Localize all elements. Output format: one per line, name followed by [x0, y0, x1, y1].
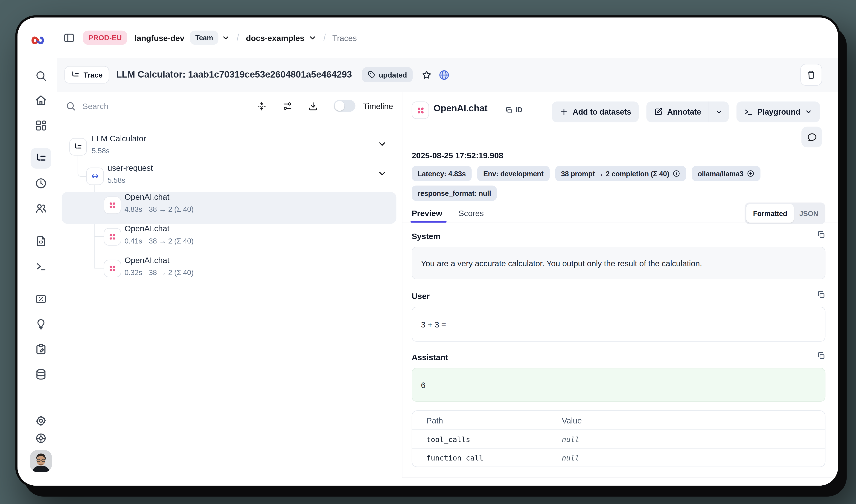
langfuse-logo-icon[interactable] — [31, 34, 45, 47]
delete-trace-button[interactable] — [800, 64, 822, 86]
add-to-datasets-button[interactable]: Add to datasets — [552, 102, 639, 122]
display-settings-icon[interactable] — [282, 101, 292, 111]
annotate-dropdown-chevron[interactable] — [709, 102, 729, 122]
value-column-header: Value — [562, 416, 582, 425]
search-nav-icon[interactable] — [31, 66, 51, 86]
scores-percent-icon[interactable] — [31, 289, 51, 309]
tree-node-name[interactable]: OpenAI.chat — [125, 255, 170, 266]
sidebar-toggle-button[interactable] — [63, 32, 75, 43]
generation-openai-icon[interactable] — [104, 260, 121, 277]
collapse-node-chevron-icon[interactable] — [377, 139, 387, 149]
user-message-label: User — [412, 291, 430, 301]
table-row: tool_calls null — [412, 429, 825, 448]
tree-node-duration: 0.32s — [125, 267, 142, 278]
org-role-badge: Team — [190, 31, 218, 45]
trace-tag-label: updated — [379, 71, 407, 79]
output-metadata-table: Path Value tool_calls null function_call… — [412, 410, 825, 467]
trace-header: Trace LLM Calculator: 1aab1c70319ce53e26… — [57, 58, 838, 92]
project-chevron-down-icon[interactable] — [308, 34, 317, 42]
icon-rail — [18, 17, 57, 486]
tab-preview[interactable]: Preview — [412, 203, 442, 222]
timeline-toggle[interactable] — [333, 100, 355, 112]
search-icon — [66, 101, 76, 111]
path-column-header: Path — [412, 416, 562, 425]
tree-node-tokens: 38 → 2 (Σ 40) — [149, 236, 194, 247]
environment-badge: PROD-EU — [83, 31, 127, 45]
env-badge: Env: development — [477, 166, 550, 181]
org-chevron-down-icon[interactable] — [222, 34, 230, 42]
prompts-file-code-icon[interactable] — [31, 231, 51, 252]
trace-root-icon[interactable] — [69, 138, 87, 156]
breadcrumb-separator: / — [323, 32, 325, 44]
observation-actions: Add to datasets Annotate Playground — [552, 102, 820, 122]
tree-node-duration: 5.58s — [92, 146, 109, 157]
tab-scores[interactable]: Scores — [459, 203, 484, 222]
dashboard-icon[interactable] — [31, 115, 51, 136]
copy-user-button[interactable] — [817, 290, 825, 299]
generation-openai-icon[interactable] — [104, 228, 121, 246]
chevron-down-icon — [805, 108, 812, 115]
evals-lightbulb-icon[interactable] — [31, 314, 51, 335]
span-icon[interactable] — [86, 167, 104, 185]
table-header: Path Value — [412, 411, 825, 430]
users-icon[interactable] — [31, 198, 51, 219]
system-message-content: You are a very accurate calculator. You … — [412, 247, 825, 280]
tree-node-name[interactable]: user-request — [108, 163, 153, 174]
latency-badge: Latency: 4.83s — [412, 166, 472, 181]
search-input[interactable] — [81, 101, 193, 111]
breadcrumb-section[interactable]: Traces — [333, 33, 357, 42]
model-badge[interactable]: ollama/llama3 — [692, 166, 761, 181]
assistant-message-content: 6 — [412, 368, 825, 401]
copy-assistant-button[interactable] — [817, 352, 825, 360]
tree-node-duration: 5.58s — [108, 175, 125, 186]
observation-tree: LLM Calculator 5.58s user-request 5.58s — [57, 120, 402, 486]
trace-title: LLM Calculator: 1aab1c70319ce53e2604801a… — [116, 69, 352, 80]
sessions-clock-icon[interactable] — [31, 173, 51, 194]
tree-node-duration: 4.83s — [125, 204, 142, 215]
observation-title: OpenAI.chat — [433, 103, 488, 114]
format-formatted-option[interactable]: Formatted — [746, 204, 794, 223]
id-label: ID — [515, 106, 522, 114]
collapse-node-chevron-icon[interactable] — [377, 169, 387, 179]
terminal-icon — [744, 107, 753, 116]
tree-node-name[interactable]: OpenAI.chat — [125, 192, 170, 202]
table-row: function_call null — [412, 448, 825, 467]
copy-id-button[interactable]: ID — [505, 106, 522, 114]
path-cell: tool_calls — [412, 435, 562, 444]
format-json-option[interactable]: JSON — [794, 204, 824, 223]
tree-node-tokens: 38 → 2 (Σ 40) — [149, 267, 194, 278]
bookmark-star-icon[interactable] — [422, 70, 432, 80]
tree-node-name[interactable]: OpenAI.chat — [125, 223, 170, 234]
tree-node-tokens: 38 → 2 (Σ 40) — [149, 204, 194, 215]
public-globe-icon[interactable] — [439, 69, 450, 80]
download-icon[interactable] — [308, 101, 318, 111]
observation-badges-row2: response_format: null — [412, 185, 497, 201]
info-icon[interactable] — [673, 169, 680, 177]
comments-button[interactable] — [801, 127, 822, 147]
collapse-all-icon[interactable] — [256, 101, 267, 111]
user-avatar[interactable] — [30, 450, 52, 472]
copy-system-button[interactable] — [817, 230, 825, 239]
support-helm-icon[interactable] — [31, 428, 51, 449]
app-window: PROD-EU langfuse-dev Team / docs-example… — [18, 17, 838, 486]
annotation-clipboard-pen-icon[interactable] — [31, 339, 51, 360]
playground-terminal-icon[interactable] — [31, 256, 51, 277]
trace-tag[interactable]: updated — [362, 67, 413, 83]
tree-node-duration: 0.41s — [125, 236, 142, 247]
observation-badges: Latency: 4.83s Env: development 38 promp… — [412, 166, 761, 181]
tree-node-name[interactable]: LLM Calculator — [92, 133, 146, 144]
assistant-message-label: Assistant — [412, 353, 448, 362]
annotate-button[interactable]: Annotate — [646, 102, 709, 122]
datasets-database-icon[interactable] — [31, 364, 51, 385]
playground-button[interactable]: Playground — [736, 102, 820, 122]
generation-openai-icon[interactable] — [104, 197, 121, 214]
edit-icon — [654, 107, 663, 116]
project-name[interactable]: docs-examples — [246, 33, 304, 42]
home-icon[interactable] — [31, 90, 51, 111]
plus-circle-icon — [747, 169, 754, 177]
tracing-nav-icon[interactable] — [31, 148, 51, 169]
path-cell: function_call — [412, 453, 562, 462]
observation-detail-panel: OpenAI.chat ID Add to datasets Annotate — [402, 92, 838, 478]
observation-timestamp: 2025-08-25 17:52:19.908 — [412, 150, 503, 160]
org-name[interactable]: langfuse-dev — [135, 33, 184, 42]
